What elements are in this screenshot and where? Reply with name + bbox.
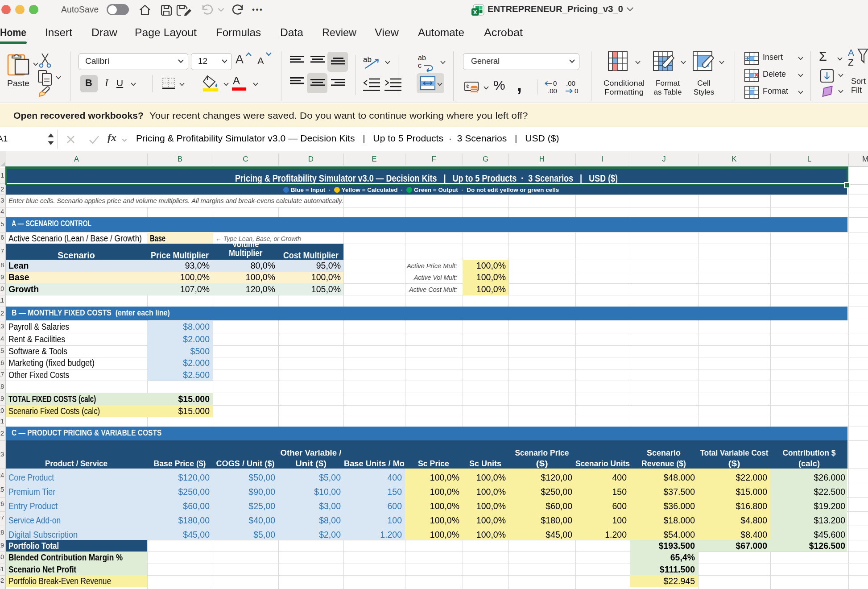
svg-text:ab: ab <box>418 54 426 62</box>
svg-text:ab: ab <box>363 55 372 64</box>
svg-text:c: c <box>418 62 422 69</box>
svg-text:X: X <box>473 9 477 16</box>
